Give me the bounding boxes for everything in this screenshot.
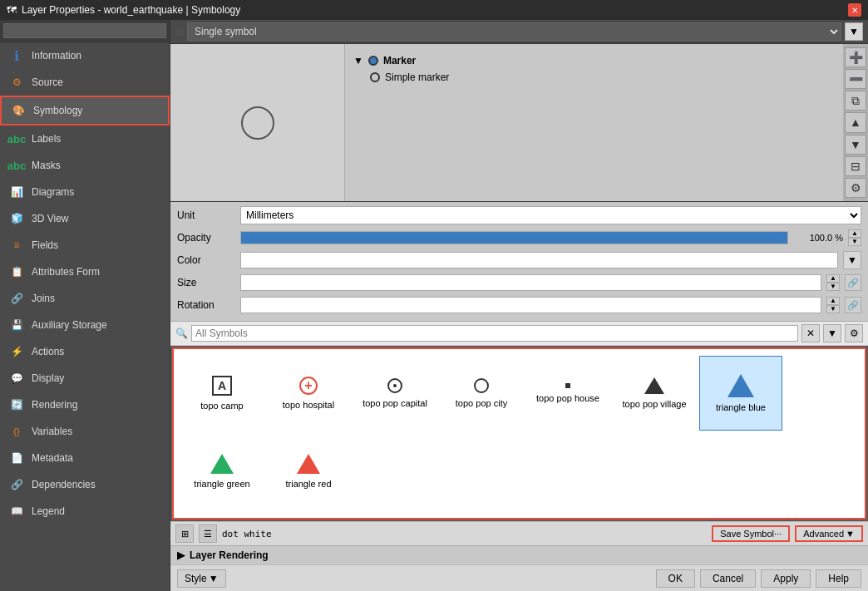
sidebar-item-labels[interactable]: abc Labels — [0, 126, 170, 152]
actions-icon: ⚡ — [8, 343, 25, 360]
layer-rendering-header[interactable]: ▶ Layer Rendering — [177, 549, 861, 561]
sidebar-item-rendering[interactable]: 🔄 Rendering — [0, 392, 170, 418]
rotation-link-btn[interactable]: 🔗 — [845, 297, 861, 313]
color-dropdown-btn[interactable]: ▼ — [843, 251, 861, 269]
rotation-input[interactable]: 0.00 ° — [240, 297, 821, 313]
labels-icon: abc — [8, 131, 25, 147]
size-spinner[interactable]: ▲ ▼ — [826, 274, 840, 291]
opacity-slider[interactable] — [240, 231, 788, 244]
move-down-btn[interactable]: ▼ — [845, 135, 866, 155]
sidebar-item-fields[interactable]: ≡ Fields — [0, 232, 170, 259]
style-button[interactable]: Style ▼ — [177, 569, 226, 588]
symbol-label: triangle red — [285, 479, 331, 489]
topo-pop-village-icon — [644, 377, 664, 394]
opacity-label: Opacity — [177, 232, 235, 244]
properties-panel: Unit Millimeters Opacity 100.0 % ▲ ▼ — [170, 202, 868, 322]
toolbar-dropdown-btn[interactable]: ▼ — [845, 22, 863, 41]
sidebar-item-metadata[interactable]: 📄 Metadata — [0, 445, 170, 471]
masks-icon: abc — [8, 157, 25, 174]
symbol-cell-topo-hospital[interactable]: + topo hospital — [267, 356, 350, 431]
sidebar-item-auxiliary-storage[interactable]: 💾 Auxiliary Storage — [0, 312, 170, 338]
size-link-btn[interactable]: 🔗 — [845, 274, 861, 291]
size-label: Size — [177, 277, 235, 288]
sidebar-item-symbology[interactable]: 🎨 Symbology — [0, 96, 170, 126]
advanced-label: Advanced — [803, 529, 844, 539]
rotation-spinner[interactable]: ▲ ▼ — [826, 297, 840, 313]
sidebar-item-3dview[interactable]: 🧊 3D View — [0, 205, 170, 232]
symbol-cell-topo-pop-village[interactable]: topo pop village — [613, 356, 696, 431]
symbol-type-toolbar: ⊟ Single symbol ▼ — [170, 20, 868, 44]
symbol-cell-topo-pop-city[interactable]: topo pop city — [440, 356, 523, 431]
rendering-icon: 🔄 — [8, 396, 25, 413]
size-up-btn[interactable]: ▲ — [826, 274, 840, 283]
unit-row: Unit Millimeters — [177, 205, 861, 225]
marker-tree-item[interactable]: ▼ Marker — [353, 52, 835, 69]
legend-icon: 📖 — [8, 503, 25, 520]
sidebar-item-masks[interactable]: abc Masks — [0, 152, 170, 179]
triangle-red-icon — [297, 454, 320, 474]
opacity-spinner[interactable]: ▲ ▼ — [848, 229, 861, 246]
symbol-cell-topo-pop-house[interactable]: topo pop house — [526, 356, 609, 431]
simple-marker-tree-item[interactable]: Simple marker — [353, 69, 835, 86]
rotation-up-btn[interactable]: ▲ — [826, 297, 840, 305]
apply-button[interactable]: Apply — [761, 569, 811, 588]
footer: Style ▼ OK Cancel Apply Help — [170, 564, 868, 591]
sidebar-item-diagrams[interactable]: 📊 Diagrams — [0, 179, 170, 205]
help-button[interactable]: Help — [816, 569, 861, 588]
tree-controls: ➕ ➖ ⧉ ▲ ▼ ⊟ ⚙ — [843, 44, 868, 201]
sidebar-item-actions[interactable]: ⚡ Actions — [0, 338, 170, 365]
search-icon: 🔍 — [175, 328, 188, 339]
dependencies-icon: 🔗 — [8, 476, 25, 493]
symbol-cell-topo-pop-capital[interactable]: topo pop capital — [353, 356, 436, 431]
size-down-btn[interactable]: ▼ — [826, 283, 840, 291]
symbol-label: triangle green — [194, 479, 249, 489]
sidebar-search-input[interactable] — [3, 23, 166, 38]
sidebar-item-variables[interactable]: {} Variables — [0, 418, 170, 445]
sidebar-item-joins[interactable]: 🔗 Joins — [0, 285, 170, 312]
symbol-search-input[interactable] — [191, 325, 798, 342]
remove-layer-btn[interactable]: ➖ — [845, 69, 866, 89]
settings-btn[interactable]: ⚙ — [845, 178, 866, 198]
bottom-bar: ⊞ ☰ dot white Save Symbol··· Advanced ▼ — [170, 521, 868, 545]
sidebar-search[interactable] — [0, 20, 170, 42]
cancel-button[interactable]: Cancel — [700, 569, 756, 588]
add-layer-btn[interactable]: ➕ — [845, 47, 866, 67]
sidebar-item-attributes-form[interactable]: 📋 Attributes Form — [0, 259, 170, 285]
symbol-cell-triangle-blue[interactable]: triangle blue — [699, 356, 782, 431]
opacity-up-btn[interactable]: ▲ — [848, 229, 861, 238]
color-picker[interactable] — [240, 252, 838, 268]
sidebar-item-information[interactable]: ℹ Information — [0, 42, 170, 69]
save-symbol-button[interactable]: Save Symbol··· — [712, 525, 790, 542]
symbol-filter-btn[interactable]: ▼ — [823, 324, 841, 342]
list-view-btn[interactable]: ☰ — [199, 525, 217, 543]
symbol-grid-container: A topo camp + topo hospital topo pop cap… — [172, 347, 866, 520]
sidebar-item-label: Variables — [32, 426, 72, 437]
sidebar-item-label: Labels — [32, 133, 61, 145]
advanced-button[interactable]: Advanced ▼ — [795, 525, 863, 542]
sidebar-item-dependencies[interactable]: 🔗 Dependencies — [0, 471, 170, 498]
symbol-type-icon: ⊟ — [175, 26, 184, 37]
opacity-range-input[interactable] — [241, 232, 787, 244]
rotation-down-btn[interactable]: ▼ — [826, 305, 840, 313]
topo-pop-capital-icon — [387, 378, 402, 393]
grid-view-btn[interactable]: ⊞ — [175, 525, 194, 543]
close-button[interactable]: ✕ — [848, 3, 861, 17]
ok-button[interactable]: OK — [656, 569, 695, 588]
joins-icon: 🔗 — [8, 290, 25, 307]
unit-select[interactable]: Millimeters — [240, 206, 861, 224]
color-ramp-btn[interactable]: ⊟ — [845, 156, 866, 176]
move-up-btn[interactable]: ▲ — [845, 112, 866, 132]
sidebar-item-legend[interactable]: 📖 Legend — [0, 498, 170, 525]
symbol-cell-topo-camp[interactable]: A topo camp — [180, 356, 264, 431]
duplicate-layer-btn[interactable]: ⧉ — [845, 91, 866, 111]
opacity-down-btn[interactable]: ▼ — [848, 238, 861, 246]
clear-search-btn[interactable]: ✕ — [801, 324, 820, 342]
symbol-options-btn[interactable]: ⚙ — [845, 324, 863, 342]
symbol-type-select[interactable]: Single symbol — [187, 22, 841, 41]
size-input[interactable]: 4.00000 — [240, 274, 821, 291]
sidebar-item-display[interactable]: 💬 Display — [0, 365, 170, 392]
sidebar-item-source[interactable]: ⚙ Source — [0, 69, 170, 96]
symbol-label: topo pop village — [622, 399, 686, 409]
symbol-cell-triangle-green[interactable]: triangle green — [180, 434, 264, 509]
symbol-cell-triangle-red[interactable]: triangle red — [267, 434, 350, 509]
